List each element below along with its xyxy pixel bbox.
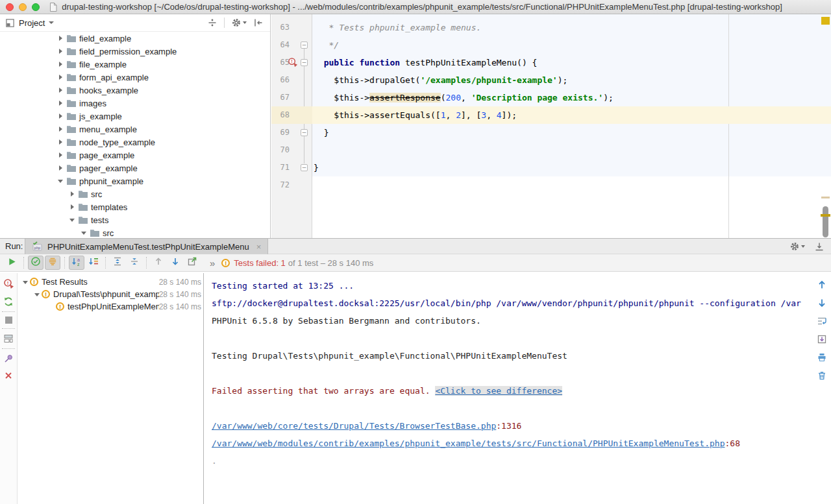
- tree-item-js_example[interactable]: js_example: [0, 110, 270, 123]
- soft-wrap-button[interactable]: [817, 316, 828, 326]
- chevron-expanded-icon[interactable]: [57, 177, 65, 185]
- code-line-71[interactable]: }: [314, 159, 831, 176]
- chevron-collapsed-icon[interactable]: [57, 125, 65, 133]
- chevron-collapsed-icon[interactable]: [57, 164, 65, 172]
- scroll-from-source-button[interactable]: [207, 18, 217, 28]
- pin-tab-button[interactable]: [3, 354, 14, 364]
- console-output[interactable]: Testing started at 13:25 ...sftp://docke…: [205, 273, 813, 504]
- more-actions-chevron[interactable]: »: [210, 258, 215, 269]
- fold-marker-icon[interactable]: −: [301, 164, 308, 171]
- sort-alphabetically-toggle[interactable]: az: [69, 256, 84, 270]
- project-panel-title[interactable]: Project: [19, 18, 45, 28]
- tree-item-tests[interactable]: tests: [0, 213, 270, 226]
- tree-item-form_api_example[interactable]: form_api_example: [0, 71, 270, 84]
- toggle-auto-test-button[interactable]: [3, 296, 14, 307]
- code-line-68[interactable]: $this->assertEquals([1, 2], [3, 4]);: [314, 106, 831, 124]
- tree-item-images[interactable]: images: [0, 97, 270, 110]
- tree-item-node_type_example[interactable]: node_type_example: [0, 136, 270, 149]
- scroll-to-end-button[interactable]: [817, 334, 827, 344]
- test-tree-item[interactable]: !Test Results28 s 140 ms: [18, 276, 203, 288]
- close-window-button[interactable]: [6, 3, 14, 11]
- tree-item-page_example[interactable]: page_example: [0, 149, 270, 162]
- tree-item-file_example[interactable]: file_example: [0, 58, 270, 71]
- close-tab-button[interactable]: ×: [256, 242, 262, 252]
- warning-stripe-mark[interactable]: [821, 214, 830, 217]
- chevron-collapsed-icon[interactable]: [57, 138, 65, 146]
- chevron-collapsed-icon[interactable]: [57, 99, 65, 107]
- stop-button[interactable]: [5, 317, 12, 324]
- tree-item-field_example[interactable]: field_example: [0, 32, 270, 45]
- code-line-66[interactable]: $this->drupalGet('/examples/phpunit-exam…: [314, 71, 831, 89]
- editor[interactable]: 63 * Tests phpunit_example menus.64− */6…: [271, 14, 831, 238]
- code-line-65[interactable]: public function testPhpUnitExampleMenu()…: [314, 54, 831, 71]
- run-configuration-tab[interactable]: php PHPUnitExampleMenuTest.testPhpUnitEx…: [25, 239, 268, 254]
- tree-item-src[interactable]: src: [0, 187, 270, 200]
- chevron-collapsed-icon[interactable]: [57, 112, 65, 120]
- hide-project-panel-button[interactable]: [253, 18, 264, 28]
- chevron-expanded-icon[interactable]: [69, 216, 77, 224]
- import-test-results-button[interactable]: [184, 256, 200, 270]
- show-passed-toggle[interactable]: [28, 256, 43, 270]
- tree-item-field_permission_example[interactable]: field_permission_example: [0, 45, 270, 58]
- code-line-64[interactable]: */: [314, 36, 831, 54]
- restore-layout-button[interactable]: [3, 333, 14, 344]
- chevron-expanded-icon[interactable]: [22, 278, 30, 286]
- chevron-collapsed-icon[interactable]: [57, 86, 65, 94]
- editor-scrollbar-thumb[interactable]: [823, 206, 828, 237]
- tree-item-src[interactable]: src: [0, 226, 270, 238]
- zoom-window-button[interactable]: [32, 3, 40, 11]
- see-difference-link[interactable]: <Click to see difference>: [435, 386, 562, 396]
- chevron-collapsed-icon[interactable]: [69, 190, 77, 198]
- collapse-all-button[interactable]: [127, 256, 142, 270]
- next-failed-test-button[interactable]: [167, 256, 183, 270]
- chevron-collapsed-icon[interactable]: [57, 34, 65, 42]
- chevron-collapsed-icon[interactable]: [57, 47, 65, 55]
- tree-item-hooks_example[interactable]: hooks_example: [0, 84, 270, 97]
- code-line-67[interactable]: $this->assertResponse(200, 'Description …: [314, 89, 831, 106]
- project-settings-button[interactable]: [231, 18, 247, 28]
- chevron-collapsed-icon[interactable]: [69, 203, 77, 211]
- fold-marker-icon[interactable]: −: [301, 42, 308, 49]
- previous-message-button[interactable]: [817, 280, 827, 290]
- print-button[interactable]: [817, 352, 827, 363]
- next-message-button[interactable]: [817, 298, 827, 308]
- test-failed-gutter-icon[interactable]: !: [288, 57, 298, 70]
- rerun-button[interactable]: [4, 256, 19, 270]
- run-settings-button[interactable]: [789, 241, 805, 252]
- previous-failed-test-button[interactable]: [151, 256, 166, 270]
- rerun-failed-tests-button[interactable]: !: [3, 278, 14, 289]
- minimize-window-button[interactable]: [19, 3, 27, 11]
- tree-item-label: templates: [91, 202, 127, 212]
- chevron-expanded-icon[interactable]: [34, 291, 42, 298]
- fold-marker-icon[interactable]: −: [301, 129, 308, 136]
- splitter[interactable]: [203, 273, 204, 504]
- stack-trace-link[interactable]: /var/www/web/core/tests/Drupal/Tests/Bro…: [212, 421, 496, 431]
- sort-by-duration-toggle[interactable]: [86, 256, 101, 270]
- tree-item-phpunit_example[interactable]: phpunit_example: [0, 174, 270, 187]
- tree-item-templates[interactable]: templates: [0, 200, 270, 213]
- close-run-panel-button[interactable]: [4, 371, 13, 380]
- chevron-collapsed-icon[interactable]: [57, 60, 65, 68]
- clear-all-button[interactable]: [817, 370, 827, 381]
- code-line-69[interactable]: }: [314, 124, 831, 141]
- expand-all-button[interactable]: [110, 256, 125, 270]
- test-tree-item[interactable]: !Drupal\Tests\phpunit_example28 s 140 ms: [18, 288, 203, 300]
- warning-stripe-mark[interactable]: [821, 197, 830, 198]
- hide-run-panel-button[interactable]: [814, 241, 825, 252]
- console-line: Testing Drupal\Tests\phpunit_example\Fun…: [212, 347, 813, 365]
- chevron-collapsed-icon[interactable]: [57, 73, 65, 81]
- chevron-expanded-icon[interactable]: [81, 229, 88, 237]
- show-ignored-toggle[interactable]: [45, 256, 60, 270]
- code-line-70[interactable]: [314, 141, 831, 159]
- chevron-collapsed-icon[interactable]: [57, 151, 65, 159]
- tree-item-menu_example[interactable]: menu_example: [0, 123, 270, 136]
- fold-marker-icon[interactable]: −: [301, 59, 308, 66]
- code-line-63[interactable]: * Tests phpunit_example menus.: [314, 19, 831, 36]
- test-tree-item[interactable]: !testPhpUnitExampleMenu28 s 140 ms: [18, 300, 203, 313]
- code-token: '/examples/phpunit-example': [420, 75, 557, 85]
- code-line-72[interactable]: [314, 176, 831, 194]
- stack-trace-link[interactable]: /var/www/web/modules/contrib/examples/ph…: [212, 438, 725, 448]
- error-stripe-status-square[interactable]: [821, 17, 830, 25]
- tree-item-pager_example[interactable]: pager_example: [0, 162, 270, 174]
- chevron-down-icon[interactable]: [49, 21, 54, 24]
